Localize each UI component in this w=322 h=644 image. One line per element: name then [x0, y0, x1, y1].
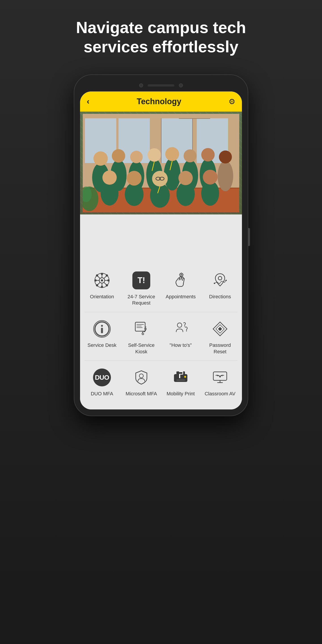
svg-point-74	[214, 283, 215, 284]
svg-point-23	[201, 148, 215, 162]
svg-point-99	[219, 376, 221, 378]
app-title: Technology	[137, 97, 181, 106]
directions-icon	[212, 272, 228, 288]
service-desk-label: Service Desk	[88, 342, 116, 348]
howtos-icon	[173, 321, 188, 337]
service-grid-row2: Service Desk	[80, 312, 242, 360]
svg-rect-79	[135, 322, 145, 331]
helm-icon	[94, 272, 110, 288]
hero-image	[80, 112, 242, 214]
svg-line-53	[98, 282, 100, 285]
svg-rect-96	[176, 380, 185, 380]
t-exclaim-icon: T!	[132, 272, 150, 289]
svg-point-18	[164, 158, 180, 190]
svg-rect-78	[101, 328, 103, 334]
howtos-label: "How to's"	[170, 342, 192, 348]
mobility-print-label: Mobility Print	[166, 391, 195, 397]
password-reset-icon	[212, 321, 228, 337]
service-item-classroom-av[interactable]: Classroom AV	[200, 361, 240, 403]
svg-marker-89	[218, 327, 222, 331]
svg-point-15	[130, 151, 143, 163]
content-area: Orientation T! 24-7 Service Request	[80, 214, 242, 410]
howtos-icon-container	[170, 319, 191, 339]
svg-point-90	[139, 374, 143, 378]
classroom-av-icon	[212, 370, 228, 385]
svg-point-97	[184, 376, 186, 378]
svg-rect-95	[179, 372, 182, 374]
service-item-password-reset[interactable]: Password Reset	[200, 312, 240, 360]
service-item-appointments[interactable]: Appointments	[161, 264, 200, 312]
service-request-icon-container: T!	[131, 270, 152, 290]
service-item-microsoft-mfa[interactable]: Microsoft MFA	[122, 361, 161, 403]
svg-line-50	[98, 276, 100, 278]
hero-title: Navigate campus tech services effortless…	[72, 18, 250, 56]
password-reset-label: Password Reset	[204, 342, 236, 355]
service-desk-icon-container	[92, 319, 112, 339]
service-item-247[interactable]: T! 24-7 Service Request	[122, 264, 161, 312]
service-item-duo[interactable]: DUO DUO MFA	[82, 361, 122, 403]
phone-side-button	[248, 228, 250, 246]
service-request-label: 24-7 Service Request	[125, 294, 158, 306]
appointments-icon-container	[170, 270, 191, 290]
mobility-print-icon-container	[170, 368, 191, 388]
svg-point-28	[125, 183, 144, 206]
phone-speaker	[148, 84, 174, 86]
duo-icon-container: DUO	[92, 368, 112, 388]
service-item-kiosk[interactable]: Self-Service Kiosk	[122, 312, 161, 360]
phone-top-bar	[80, 81, 242, 92]
svg-point-29	[127, 171, 142, 186]
service-grid-row3: DUO DUO MFA Micros	[80, 361, 242, 403]
service-item-mobility-print[interactable]: Mobility Print	[161, 361, 200, 403]
phone-camera-2	[179, 84, 183, 88]
duo-mfa-icon: DUO	[93, 368, 111, 386]
hero-image-bg	[80, 112, 242, 214]
svg-point-25	[219, 150, 232, 164]
service-item-service-desk[interactable]: Service Desk	[82, 312, 122, 360]
svg-point-27	[102, 170, 117, 185]
service-item-directions[interactable]: Directions	[200, 264, 240, 312]
kiosk-icon	[134, 321, 149, 337]
svg-point-86	[186, 330, 187, 332]
phone-mockup: ‹ Technology ⚙	[74, 74, 248, 416]
mobility-print-icon	[173, 370, 188, 385]
directions-icon-container	[210, 270, 230, 290]
info-icon-svg	[94, 321, 110, 337]
svg-point-85	[184, 326, 185, 326]
phone-camera	[139, 84, 143, 88]
svg-point-36	[178, 171, 193, 185]
password-reset-icon-container	[210, 319, 230, 339]
svg-point-21	[184, 149, 196, 162]
microsoft-mfa-icon	[134, 370, 149, 385]
service-item-orientation[interactable]: Orientation	[82, 264, 122, 312]
svg-point-45	[101, 279, 103, 282]
svg-point-64	[181, 274, 182, 276]
svg-point-38	[203, 170, 218, 184]
svg-line-51	[104, 282, 106, 285]
service-grid-row1: Orientation T! 24-7 Service Request	[80, 264, 242, 312]
kiosk-icon-container	[131, 319, 152, 339]
svg-point-83	[142, 333, 144, 335]
content-spacer	[80, 219, 242, 264]
app-header: ‹ Technology ⚙	[80, 92, 242, 112]
orientation-label: Orientation	[90, 294, 114, 300]
svg-point-11	[94, 152, 108, 166]
back-button[interactable]: ‹	[87, 98, 90, 106]
kiosk-label: Self-Service Kiosk	[125, 342, 158, 355]
classroom-av-label: Classroom AV	[204, 391, 236, 397]
info-circle-icon	[93, 320, 111, 338]
settings-icon[interactable]: ⚙	[228, 97, 235, 106]
svg-point-73	[218, 276, 222, 280]
microsoft-mfa-label: Microsoft MFA	[126, 391, 157, 397]
svg-point-75	[226, 280, 227, 281]
svg-point-77	[101, 325, 103, 327]
svg-point-17	[148, 148, 161, 162]
classroom-av-icon-container	[210, 368, 230, 388]
team-photo-svg	[83, 114, 239, 212]
appointments-icon	[173, 272, 188, 288]
service-item-howtos[interactable]: "How to's"	[161, 312, 200, 360]
svg-point-13	[112, 149, 125, 162]
orientation-icon-container	[92, 270, 112, 290]
svg-point-19	[165, 147, 179, 161]
duo-mfa-label: DUO MFA	[91, 391, 113, 397]
directions-label: Directions	[209, 294, 231, 300]
